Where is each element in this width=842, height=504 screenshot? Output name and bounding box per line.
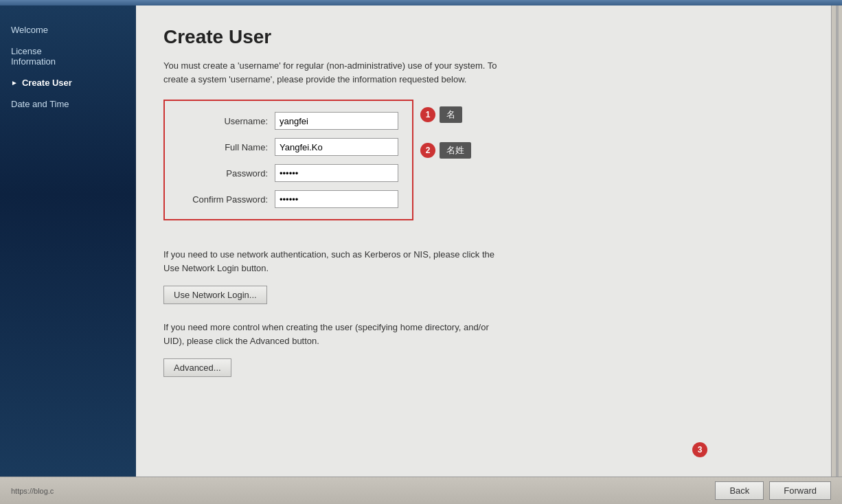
url-text: https://blog.c xyxy=(11,487,54,495)
sidebar-item-createuser-label: Create User xyxy=(22,78,72,88)
badge-label-2: 名姓 xyxy=(440,142,471,159)
sidebar-item-welcome[interactable]: Welcome xyxy=(0,19,136,41)
bottom-bar: https://blog.c 3 Back Forward xyxy=(0,477,842,504)
sidebar-item-license-label: LicenseInformation xyxy=(11,46,56,67)
advanced-section: If you need more control when creating t… xyxy=(163,321,804,377)
confirm-password-label: Confirm Password: xyxy=(179,194,275,205)
arrow-icon: ► xyxy=(11,79,18,87)
username-label: Username: xyxy=(179,116,275,126)
sidebar-item-welcome-label: Welcome xyxy=(11,25,48,35)
badge-label-1: 名 xyxy=(440,106,462,123)
confirm-password-input[interactable] xyxy=(275,190,398,208)
sidebar-item-license[interactable]: LicenseInformation xyxy=(0,41,136,72)
top-bar xyxy=(0,0,842,5)
network-auth-text: If you need to use network authenticatio… xyxy=(163,248,507,275)
network-login-button[interactable]: Use Network Login... xyxy=(163,286,267,304)
back-button[interactable]: Back xyxy=(715,481,764,500)
confirm-password-row: Confirm Password: xyxy=(179,190,398,208)
fullname-label: Full Name: xyxy=(179,142,275,152)
password-row: Password: xyxy=(179,164,398,182)
annotation-badge-1: 1 名 xyxy=(420,106,471,123)
password-input[interactable] xyxy=(275,164,398,182)
sidebar-item-createuser[interactable]: ► Create User xyxy=(0,72,136,93)
fullname-row: Full Name: xyxy=(179,138,398,156)
advanced-text: If you need more control when creating t… xyxy=(163,321,507,347)
page-title: Create User xyxy=(163,26,804,48)
description-text: You must create a 'username' for regular… xyxy=(163,59,521,86)
badge-number-1: 1 xyxy=(420,107,435,122)
user-form-box: Username: Full Name: Password: Confirm P… xyxy=(163,100,413,220)
password-label: Password: xyxy=(179,168,275,179)
sidebar: Welcome LicenseInformation ► Create User… xyxy=(0,5,136,477)
right-scrollbar-area xyxy=(831,5,842,477)
bottom-badge-3: 3 xyxy=(692,442,707,457)
username-input[interactable] xyxy=(275,112,398,130)
fullname-input[interactable] xyxy=(275,138,398,156)
badge-number-2: 2 xyxy=(420,143,435,158)
scrollbar-track xyxy=(836,5,839,477)
sidebar-item-datetime-label: Date and Time xyxy=(11,99,69,109)
username-row: Username: xyxy=(179,112,398,130)
sidebar-item-datetime[interactable]: Date and Time xyxy=(0,93,136,115)
advanced-button[interactable]: Advanced... xyxy=(163,358,231,377)
annotation-badge-2: 2 名姓 xyxy=(420,142,471,159)
forward-button[interactable]: Forward xyxy=(769,481,831,500)
content-area: Create User You must create a 'username'… xyxy=(136,5,831,477)
